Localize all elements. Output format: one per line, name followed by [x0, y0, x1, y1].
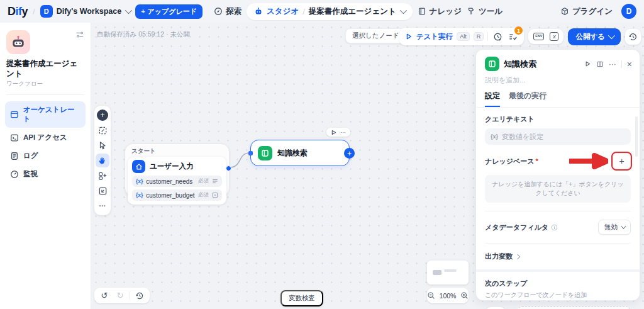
user-input-card[interactable]: ユーザー入力 {x} customer_needs 必須 {x} custome… [128, 157, 226, 205]
hand-mode-button[interactable] [96, 154, 109, 167]
minimap-node [444, 269, 457, 272]
query-variable-input[interactable]: {x} 変数値を設定 [485, 128, 631, 145]
select-next-node-button[interactable]: + 次ノード選択 [517, 306, 631, 309]
checklist-badge: 1 [514, 26, 523, 35]
orchestrate-icon [10, 110, 19, 119]
variable-icon: {x} [136, 192, 143, 198]
minimap-node [433, 270, 441, 275]
node-more-button[interactable]: ··· [340, 129, 346, 135]
fit-view-button[interactable] [96, 184, 109, 198]
minimap[interactable] [427, 261, 469, 284]
knowledge-base-hint: ナレッジを追加するには「+」ボタンをクリックしてください [485, 175, 631, 203]
version-history-button[interactable] [625, 29, 641, 45]
upgrade-button[interactable]: +アップグレード [135, 4, 203, 19]
tab-last-run[interactable]: 最後の実行 [509, 91, 547, 107]
tidy-layout-icon [98, 171, 108, 181]
next-step-hint: このワークフローで次ノードを追加 [485, 291, 631, 300]
divider: / [303, 7, 305, 16]
output-connector[interactable] [226, 166, 231, 171]
log-icon [10, 152, 19, 160]
maximize-icon [98, 186, 108, 196]
workspace-switcher[interactable]: D Dify's Workspace [40, 5, 130, 18]
metadata-filter-toggle[interactable]: 無効 [598, 220, 631, 235]
app-robot-icon[interactable] [6, 30, 30, 54]
app-sidebar: 提案書作成エージェント ワークフロー オーケストレート API アクセス ログ … [0, 23, 91, 309]
zoom-in-button[interactable] [460, 290, 469, 301]
panel-run-button[interactable] [584, 60, 591, 67]
panel-split-view-button[interactable] [596, 60, 604, 68]
panel-more-button[interactable]: ··· [609, 60, 616, 69]
nav-explore[interactable]: 探索 [214, 6, 242, 17]
hand-icon [98, 156, 107, 165]
panel-scrollbar[interactable] [635, 116, 638, 157]
metadata-filter-row: メタデータフィルタ 無効 [485, 220, 631, 235]
nav-tools[interactable]: ツール [467, 6, 502, 17]
start-node[interactable]: スタート ユーザー入力 {x} customer_needs 必須 {x} cu… [125, 143, 230, 196]
knowledge-retrieval-node[interactable]: 知識検索 + [250, 140, 350, 166]
terminal-icon [10, 133, 19, 142]
pointer-mode-button[interactable] [96, 138, 109, 152]
output-variables-row[interactable]: 出力変数 [485, 252, 631, 261]
test-run-button[interactable]: テスト実行 [416, 32, 453, 42]
top-header: Dify / D Dify's Workspace +アップグレード 探索 スタ… [0, 0, 644, 23]
sidebar-item-api-access[interactable]: API アクセス [5, 129, 86, 146]
nav-knowledge[interactable]: ナレッジ [418, 6, 462, 17]
more-tools-button[interactable]: ··· [96, 199, 109, 213]
clock-play-icon [493, 32, 502, 42]
info-icon[interactable] [551, 224, 558, 231]
dify-app: Dify / D Dify's Workspace +アップグレード 探索 スタ… [0, 0, 644, 309]
env-variables-button[interactable]: ENV [533, 33, 544, 40]
knowledge-icon [485, 57, 499, 71]
organize-nodes-button[interactable] [96, 169, 109, 183]
nav-studio-pill[interactable]: スタジオ / 提案書作成エージェント [247, 3, 413, 20]
conversation-variables-button[interactable]: x [550, 32, 558, 41]
nav-studio-label[interactable]: スタジオ [267, 6, 299, 17]
change-history-button[interactable] [133, 289, 146, 302]
variable-row[interactable]: {x} customer_budget 必須 [132, 189, 222, 201]
description-placeholder[interactable]: 説明を追加... [476, 71, 640, 85]
play-icon[interactable] [405, 33, 413, 40]
knowledge-icon [258, 146, 272, 160]
autosave-status: 自動保存済み 05:59:12 · 未公開 [97, 30, 190, 39]
current-node-chip [485, 306, 506, 309]
sidebar-item-monitoring[interactable]: 監視 [5, 166, 86, 183]
variable-name: customer_budget [146, 192, 195, 199]
add-note-button[interactable] [96, 123, 109, 137]
history-clock-icon [135, 291, 144, 300]
add-knowledge-button[interactable]: + [613, 153, 631, 169]
zoom-out-button[interactable] [427, 290, 435, 301]
layout-toggle-icon[interactable] [75, 30, 84, 39]
zoom-out-icon [427, 291, 435, 300]
knowledge-node-title: 知識検索 [277, 148, 308, 159]
add-node-button[interactable]: + [96, 108, 109, 122]
annotation-red-arrow [569, 153, 608, 169]
node-play-button[interactable] [331, 130, 336, 135]
divider [487, 32, 488, 41]
metadata-filter-label: メタデータフィルタ [485, 223, 548, 232]
divider [485, 243, 631, 244]
redo-button[interactable]: ↻ [114, 289, 126, 302]
dify-logo[interactable]: Dify [8, 5, 28, 18]
current-app-name[interactable]: 提案書作成エージェント [309, 6, 396, 17]
sidebar-item-orchestrate[interactable]: オーケストレート [5, 101, 86, 128]
publish-button[interactable]: 公開する [568, 28, 621, 45]
undo-button[interactable]: ↺ [98, 289, 111, 302]
checklist-button[interactable]: 1 [507, 31, 518, 42]
variables-group: ENV x [528, 29, 564, 44]
tab-settings[interactable]: 設定 [485, 91, 500, 107]
panel-tabs: 設定 最後の実行 [476, 85, 640, 108]
zoom-in-icon [460, 291, 469, 300]
sidebar-item-logs[interactable]: ログ [5, 147, 86, 164]
workspace-avatar: D [40, 5, 53, 18]
panel-close-button[interactable]: × [627, 59, 632, 69]
nav-plugins[interactable]: プラグイン [560, 6, 613, 17]
user-avatar[interactable]: D [621, 4, 636, 19]
divider: / [33, 7, 35, 16]
zoom-level[interactable]: 100% [440, 292, 457, 300]
variable-inspect-button[interactable]: 変数検査 [280, 290, 323, 306]
canvas-tool-palette: + ··· [94, 106, 111, 215]
variable-row[interactable]: {x} customer_needs 必須 [132, 176, 222, 187]
run-history-button[interactable] [492, 31, 503, 42]
add-next-node-button[interactable]: + [344, 148, 355, 159]
book-icon [418, 7, 426, 16]
